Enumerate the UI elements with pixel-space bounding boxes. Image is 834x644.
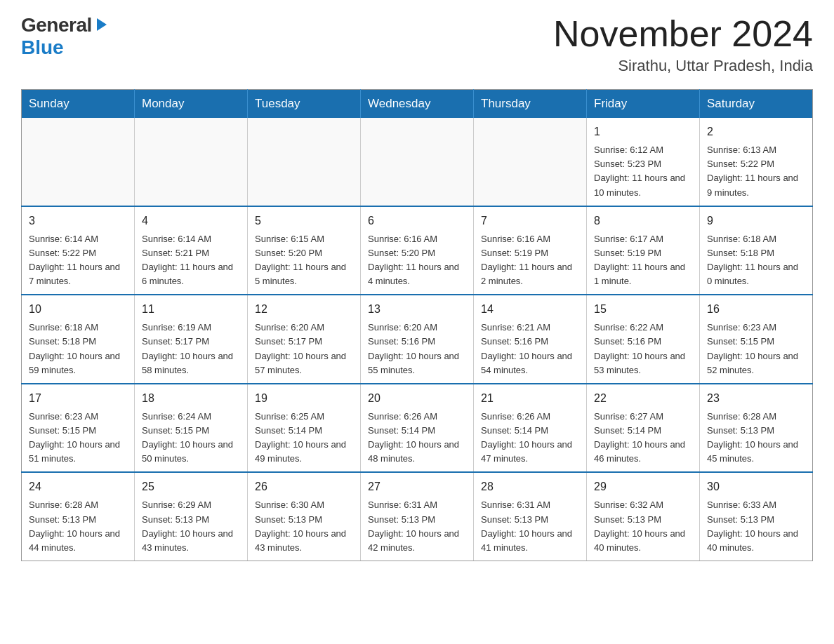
day-cell: 11Sunrise: 6:19 AM Sunset: 5:17 PM Dayli… xyxy=(135,295,248,384)
day-info: Sunrise: 6:20 AM Sunset: 5:17 PM Dayligh… xyxy=(255,322,346,375)
day-info: Sunrise: 6:21 AM Sunset: 5:16 PM Dayligh… xyxy=(481,322,572,375)
day-cell: 2Sunrise: 6:13 AM Sunset: 5:22 PM Daylig… xyxy=(700,118,813,206)
title-section: November 2024 Sirathu, Uttar Pradesh, In… xyxy=(553,14,813,75)
day-cell xyxy=(361,118,474,206)
day-cell: 26Sunrise: 6:30 AM Sunset: 5:13 PM Dayli… xyxy=(248,472,361,561)
day-number: 7 xyxy=(481,213,579,229)
page-header: General Blue November 2024 Sirathu, Utta… xyxy=(21,14,813,75)
logo-arrow-icon xyxy=(94,17,110,35)
day-info: Sunrise: 6:28 AM Sunset: 5:13 PM Dayligh… xyxy=(707,411,798,464)
week-row-4: 17Sunrise: 6:23 AM Sunset: 5:15 PM Dayli… xyxy=(22,384,813,473)
day-info: Sunrise: 6:17 AM Sunset: 5:19 PM Dayligh… xyxy=(594,234,685,286)
day-number: 28 xyxy=(481,478,579,495)
logo-line2: Blue xyxy=(21,36,110,59)
day-number: 29 xyxy=(594,478,692,495)
day-info: Sunrise: 6:14 AM Sunset: 5:22 PM Dayligh… xyxy=(29,234,120,286)
week-row-3: 10Sunrise: 6:18 AM Sunset: 5:18 PM Dayli… xyxy=(22,295,813,384)
day-cell: 5Sunrise: 6:15 AM Sunset: 5:20 PM Daylig… xyxy=(248,206,361,295)
week-row-2: 3Sunrise: 6:14 AM Sunset: 5:22 PM Daylig… xyxy=(22,206,813,295)
day-cell: 21Sunrise: 6:26 AM Sunset: 5:14 PM Dayli… xyxy=(474,384,587,473)
day-number: 23 xyxy=(707,390,805,407)
day-cell: 1Sunrise: 6:12 AM Sunset: 5:23 PM Daylig… xyxy=(587,118,700,206)
day-info: Sunrise: 6:18 AM Sunset: 5:18 PM Dayligh… xyxy=(707,234,798,286)
day-cell: 19Sunrise: 6:25 AM Sunset: 5:14 PM Dayli… xyxy=(248,384,361,473)
weekday-header-thursday: Thursday xyxy=(474,90,587,119)
day-number: 1 xyxy=(594,123,692,140)
logo-line1: General xyxy=(21,14,110,36)
svg-marker-0 xyxy=(97,18,107,31)
day-number: 17 xyxy=(29,390,127,407)
day-number: 15 xyxy=(594,301,692,318)
weekday-header-sunday: Sunday xyxy=(22,90,135,119)
logo-blue-text: Blue xyxy=(21,36,64,59)
day-number: 13 xyxy=(368,301,466,318)
day-number: 10 xyxy=(29,301,127,318)
day-info: Sunrise: 6:15 AM Sunset: 5:20 PM Dayligh… xyxy=(255,234,346,286)
day-info: Sunrise: 6:12 AM Sunset: 5:23 PM Dayligh… xyxy=(594,145,685,197)
day-info: Sunrise: 6:32 AM Sunset: 5:13 PM Dayligh… xyxy=(594,499,685,552)
day-number: 14 xyxy=(481,301,579,318)
day-cell: 18Sunrise: 6:24 AM Sunset: 5:15 PM Dayli… xyxy=(135,384,248,473)
day-number: 30 xyxy=(707,478,805,495)
day-number: 3 xyxy=(29,213,127,229)
weekday-header-monday: Monday xyxy=(135,90,248,119)
logo: General Blue xyxy=(21,14,110,59)
day-info: Sunrise: 6:33 AM Sunset: 5:13 PM Dayligh… xyxy=(707,499,798,552)
week-row-1: 1Sunrise: 6:12 AM Sunset: 5:23 PM Daylig… xyxy=(22,118,813,206)
day-cell: 22Sunrise: 6:27 AM Sunset: 5:14 PM Dayli… xyxy=(587,384,700,473)
day-cell: 8Sunrise: 6:17 AM Sunset: 5:19 PM Daylig… xyxy=(587,206,700,295)
day-number: 2 xyxy=(707,123,805,140)
day-number: 12 xyxy=(255,301,353,318)
day-info: Sunrise: 6:13 AM Sunset: 5:22 PM Dayligh… xyxy=(707,145,798,197)
day-number: 6 xyxy=(368,213,466,229)
day-cell xyxy=(135,118,248,206)
day-info: Sunrise: 6:31 AM Sunset: 5:13 PM Dayligh… xyxy=(368,499,459,552)
day-cell: 25Sunrise: 6:29 AM Sunset: 5:13 PM Dayli… xyxy=(135,472,248,561)
day-number: 25 xyxy=(142,478,240,495)
day-cell: 7Sunrise: 6:16 AM Sunset: 5:19 PM Daylig… xyxy=(474,206,587,295)
day-cell: 12Sunrise: 6:20 AM Sunset: 5:17 PM Dayli… xyxy=(248,295,361,384)
day-number: 19 xyxy=(255,390,353,407)
day-cell: 14Sunrise: 6:21 AM Sunset: 5:16 PM Dayli… xyxy=(474,295,587,384)
day-info: Sunrise: 6:28 AM Sunset: 5:13 PM Dayligh… xyxy=(29,499,120,552)
day-number: 5 xyxy=(255,213,353,229)
day-number: 9 xyxy=(707,213,805,229)
day-info: Sunrise: 6:18 AM Sunset: 5:18 PM Dayligh… xyxy=(29,322,120,375)
day-cell: 9Sunrise: 6:18 AM Sunset: 5:18 PM Daylig… xyxy=(700,206,813,295)
day-number: 11 xyxy=(142,301,240,318)
day-cell: 24Sunrise: 6:28 AM Sunset: 5:13 PM Dayli… xyxy=(22,472,135,561)
day-info: Sunrise: 6:25 AM Sunset: 5:14 PM Dayligh… xyxy=(255,411,346,464)
day-cell: 3Sunrise: 6:14 AM Sunset: 5:22 PM Daylig… xyxy=(22,206,135,295)
day-info: Sunrise: 6:26 AM Sunset: 5:14 PM Dayligh… xyxy=(481,411,572,464)
weekday-header-friday: Friday xyxy=(587,90,700,119)
day-cell: 28Sunrise: 6:31 AM Sunset: 5:13 PM Dayli… xyxy=(474,472,587,561)
day-number: 16 xyxy=(707,301,805,318)
day-cell: 29Sunrise: 6:32 AM Sunset: 5:13 PM Dayli… xyxy=(587,472,700,561)
day-cell xyxy=(248,118,361,206)
day-cell: 6Sunrise: 6:16 AM Sunset: 5:20 PM Daylig… xyxy=(361,206,474,295)
day-cell: 10Sunrise: 6:18 AM Sunset: 5:18 PM Dayli… xyxy=(22,295,135,384)
day-number: 18 xyxy=(142,390,240,407)
day-info: Sunrise: 6:30 AM Sunset: 5:13 PM Dayligh… xyxy=(255,499,346,552)
day-cell: 23Sunrise: 6:28 AM Sunset: 5:13 PM Dayli… xyxy=(700,384,813,473)
day-info: Sunrise: 6:22 AM Sunset: 5:16 PM Dayligh… xyxy=(594,322,685,375)
day-number: 26 xyxy=(255,478,353,495)
day-cell: 16Sunrise: 6:23 AM Sunset: 5:15 PM Dayli… xyxy=(700,295,813,384)
day-info: Sunrise: 6:19 AM Sunset: 5:17 PM Dayligh… xyxy=(142,322,233,375)
day-info: Sunrise: 6:26 AM Sunset: 5:14 PM Dayligh… xyxy=(368,411,459,464)
day-number: 22 xyxy=(594,390,692,407)
location-title: Sirathu, Uttar Pradesh, India xyxy=(553,57,813,75)
day-number: 4 xyxy=(142,213,240,229)
day-info: Sunrise: 6:23 AM Sunset: 5:15 PM Dayligh… xyxy=(29,411,120,464)
day-info: Sunrise: 6:23 AM Sunset: 5:15 PM Dayligh… xyxy=(707,322,798,375)
day-number: 21 xyxy=(481,390,579,407)
logo-general-text: General xyxy=(21,14,92,36)
day-cell: 30Sunrise: 6:33 AM Sunset: 5:13 PM Dayli… xyxy=(700,472,813,561)
day-info: Sunrise: 6:24 AM Sunset: 5:15 PM Dayligh… xyxy=(142,411,233,464)
weekday-header-saturday: Saturday xyxy=(700,90,813,119)
day-cell: 13Sunrise: 6:20 AM Sunset: 5:16 PM Dayli… xyxy=(361,295,474,384)
day-cell: 17Sunrise: 6:23 AM Sunset: 5:15 PM Dayli… xyxy=(22,384,135,473)
day-cell xyxy=(22,118,135,206)
day-number: 8 xyxy=(594,213,692,229)
calendar-table: SundayMondayTuesdayWednesdayThursdayFrid… xyxy=(21,89,813,561)
